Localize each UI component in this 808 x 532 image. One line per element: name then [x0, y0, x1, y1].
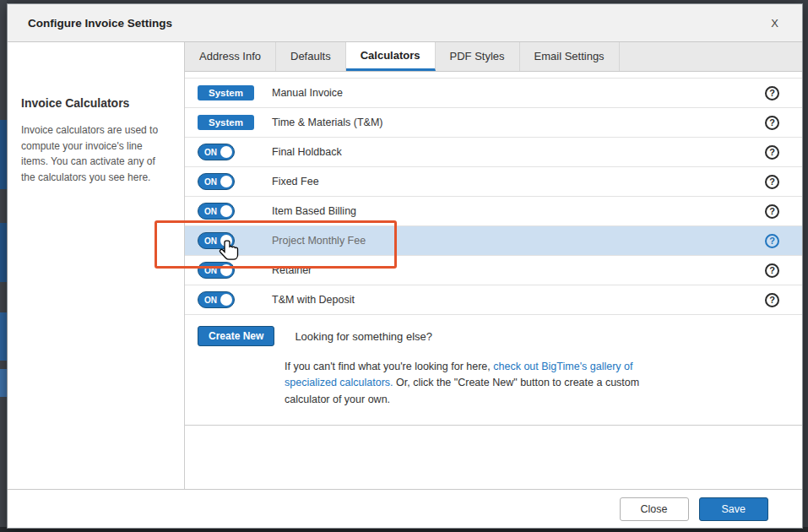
toggle-knob [220, 294, 232, 306]
on-toggle[interactable]: ON [198, 262, 235, 279]
help-icon[interactable]: ? [765, 175, 779, 189]
calculator-list: System Manual Invoice ? System Time & Ma… [185, 78, 802, 315]
toggle-knob [220, 205, 232, 217]
tab-calculators[interactable]: Calculators [346, 42, 436, 71]
save-button[interactable]: Save [699, 497, 769, 521]
calculator-name: Item Based Billing [272, 205, 356, 217]
dialog-header: Configure Invoice Settings X [8, 4, 802, 42]
control-cell: ON [198, 262, 272, 279]
help-icon[interactable]: ? [765, 116, 779, 130]
calculator-name: Final Holdback [272, 146, 342, 158]
calculator-row: ON Fixed Fee ? [185, 167, 802, 197]
control-cell: System [198, 85, 272, 100]
create-new-button[interactable]: Create New [198, 326, 274, 346]
page-background: Utilization ⇄ Configure Invoice Settings… [0, 0, 808, 532]
calculator-name: T&M with Deposit [272, 294, 355, 306]
on-toggle[interactable]: ON [198, 173, 235, 190]
toggle-on-label: ON [204, 296, 217, 305]
calculator-name: Fixed Fee [272, 176, 319, 187]
control-cell: System [198, 115, 272, 130]
control-cell: ON [198, 144, 272, 160]
tab-defaults[interactable]: Defaults [276, 42, 346, 71]
calculator-name: Retainer [272, 264, 312, 276]
create-body-prefix: If you can't find what you're looking fo… [285, 361, 493, 372]
help-icon[interactable]: ? [765, 293, 779, 307]
on-toggle[interactable]: ON [198, 203, 235, 220]
toggle-on-label: ON [204, 207, 217, 216]
tab-pdf-styles[interactable]: PDF Styles [436, 42, 520, 71]
help-icon[interactable]: ? [765, 234, 779, 248]
toggle-on-label: ON [204, 236, 217, 246]
toggle-knob [220, 235, 232, 247]
toggle-knob [220, 146, 232, 158]
system-badge: System [198, 85, 254, 100]
calculator-row: ON Item Based Billing ? [185, 197, 802, 226]
control-cell: ON [198, 291, 272, 308]
sidebar-fragment [0, 223, 7, 282]
create-body-text: If you can't find what you're looking fo… [285, 359, 681, 408]
toggle-on-label: ON [204, 177, 217, 187]
control-cell: ON [198, 173, 272, 190]
control-cell: ON [198, 232, 272, 249]
create-row: Create New Looking for something else? [198, 326, 789, 346]
panel-heading: Invoice Calculators [21, 96, 171, 110]
create-section: Create New Looking for something else? I… [185, 315, 802, 426]
sidebar-fragment [0, 120, 7, 189]
content-spacer [185, 426, 802, 489]
control-cell: ON [198, 203, 272, 220]
on-toggle[interactable]: ON [198, 232, 235, 249]
close-icon[interactable]: X [771, 17, 778, 30]
tab-bar: Address InfoDefaultsCalculatorsPDF Style… [185, 42, 802, 72]
panel-description: Invoice calculators are used to compute … [21, 122, 171, 185]
tab-address-info[interactable]: Address Info [185, 42, 276, 71]
toggle-on-label: ON [204, 148, 217, 157]
calculator-row: ON Final Holdback ? [185, 138, 802, 167]
calculator-name: Project Monthly Fee [272, 235, 366, 247]
toggle-on-label: ON [204, 266, 217, 275]
help-icon[interactable]: ? [765, 86, 779, 100]
dialog-title: Configure Invoice Settings [8, 17, 172, 30]
dialog-body: Invoice Calculators Invoice calculators … [8, 42, 802, 489]
toggle-knob [220, 176, 232, 187]
create-heading: Looking for something else? [295, 330, 432, 343]
sidebar-fragment [0, 312, 7, 361]
help-icon[interactable]: ? [765, 145, 779, 160]
on-toggle[interactable]: ON [198, 291, 235, 308]
calculator-name: Time & Materials (T&M) [272, 117, 383, 128]
close-button[interactable]: Close [620, 497, 689, 521]
system-badge: System [198, 115, 254, 130]
tab-email-settings[interactable]: Email Settings [520, 42, 620, 71]
calculator-row: ON Project Monthly Fee ? [185, 226, 802, 256]
info-panel: Invoice Calculators Invoice calculators … [8, 42, 185, 489]
on-toggle[interactable]: ON [198, 144, 235, 160]
calculator-row: ON T&M with Deposit ? [185, 285, 802, 315]
help-icon[interactable]: ? [765, 263, 779, 278]
calculators-content: Address InfoDefaultsCalculatorsPDF Style… [185, 42, 802, 489]
calculator-name: Manual Invoice [272, 87, 343, 99]
sidebar-fragment [0, 369, 7, 397]
dialog-footer: Close Save [8, 489, 802, 528]
background-app-sidebar [0, 0, 7, 532]
help-icon[interactable]: ? [765, 204, 779, 219]
toggle-knob [220, 264, 232, 276]
calculator-row: System Manual Invoice ? [185, 79, 802, 108]
calculator-row: ON Retainer ? [185, 256, 802, 285]
calculator-row: System Time & Materials (T&M) ? [185, 108, 802, 138]
configure-invoice-settings-dialog: Configure Invoice Settings X Invoice Cal… [7, 3, 803, 529]
